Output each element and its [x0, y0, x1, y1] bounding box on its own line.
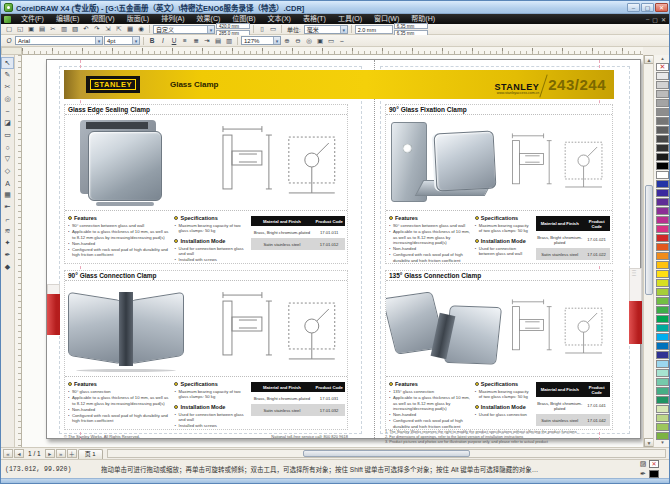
page-width-field[interactable]: 420.0 mm — [216, 23, 250, 29]
copy-icon[interactable]: ▥ — [59, 25, 69, 34]
menu-item[interactable]: 排列(A) — [155, 14, 190, 24]
palette-swatch[interactable] — [656, 279, 669, 287]
palette-swatch[interactable] — [656, 63, 669, 71]
palette-swatch[interactable] — [656, 171, 669, 179]
undo-icon[interactable]: ↶ — [81, 25, 91, 34]
connector-tool-icon[interactable]: ⌐ — [1, 213, 14, 225]
font-family-select[interactable]: Arial▾ — [15, 36, 103, 45]
duplicate-x-field[interactable]: 6.35 mm — [394, 23, 428, 29]
palette-swatch[interactable] — [656, 216, 669, 224]
palette-swatch[interactable] — [656, 297, 669, 305]
horizontal-scrollbar[interactable] — [107, 449, 666, 458]
palette-swatch[interactable] — [656, 198, 669, 206]
open-icon[interactable]: ◱ — [15, 25, 25, 34]
palette-swatch[interactable] — [656, 135, 669, 143]
text-frame-icon[interactable]: ▤ — [213, 36, 223, 45]
palette-swatch[interactable] — [656, 414, 669, 422]
doc-minimize-icon[interactable]: – — [646, 16, 649, 23]
basic-shapes-tool-icon[interactable]: ◇ — [1, 165, 14, 177]
menu-item[interactable]: 视图(V) — [85, 14, 120, 24]
menu-item[interactable]: 表格(T) — [297, 14, 332, 24]
portrait-button[interactable]: ▯ — [257, 25, 267, 34]
palette-swatch[interactable] — [656, 360, 669, 368]
eyedropper-tool-icon[interactable]: ✦ — [1, 237, 14, 249]
redo-icon[interactable]: ↷ — [92, 25, 102, 34]
cut-icon[interactable]: ✂ — [48, 25, 58, 34]
ruler-origin[interactable] — [1, 47, 22, 55]
polygon-tool-icon[interactable]: ▽ — [1, 153, 14, 165]
bullet-list-icon[interactable]: ≣ — [191, 36, 201, 45]
paste-icon[interactable]: ▧ — [70, 25, 80, 34]
zoom-width-icon[interactable]: ⇔ — [337, 36, 347, 45]
font-size-select[interactable]: 4pt▾ — [104, 36, 140, 45]
page-tab[interactable]: 页 1 — [78, 449, 103, 459]
palette-swatch[interactable] — [656, 180, 669, 188]
maximize-button[interactable]: ▢ — [641, 3, 654, 12]
vertical-ruler[interactable] — [15, 55, 22, 447]
palette-swatch[interactable] — [656, 261, 669, 269]
next-page-button[interactable]: ▸ — [45, 449, 55, 458]
minimize-button[interactable]: – — [627, 3, 640, 12]
doc-close-icon[interactable]: ✕ — [661, 16, 666, 23]
units-select[interactable]: 毫米▾ — [304, 25, 348, 34]
palette-swatch[interactable] — [656, 405, 669, 413]
palette-swatch[interactable] — [656, 108, 669, 116]
blend-tool-icon[interactable]: ≋ — [1, 225, 14, 237]
palette-swatch[interactable] — [656, 90, 669, 98]
underline-icon[interactable]: U — [169, 36, 179, 45]
zoom-page-icon[interactable]: ▭ — [326, 36, 336, 45]
menu-item[interactable]: 文本(X) — [262, 14, 297, 24]
columns-icon[interactable]: ▥ — [224, 36, 234, 45]
rectangle-tool-icon[interactable]: ▭ — [1, 129, 14, 141]
palette-swatch[interactable] — [656, 369, 669, 377]
palette-swatch[interactable] — [656, 144, 669, 152]
shape-tool-icon[interactable]: ✎ — [1, 69, 14, 81]
landscape-button[interactable]: ▭ — [268, 25, 278, 34]
zoom-actual-icon[interactable]: ◎ — [304, 36, 314, 45]
palette-swatch[interactable] — [656, 324, 669, 332]
palette-swatch[interactable] — [656, 126, 669, 134]
palette-swatch[interactable] — [656, 252, 669, 260]
outline-tool-icon[interactable]: ✒ — [1, 249, 14, 261]
text-tool-icon[interactable]: A — [1, 177, 14, 189]
palette-swatch[interactable] — [656, 396, 669, 404]
nudge-offset-field[interactable]: 2.0 mm — [355, 25, 393, 34]
italic-icon[interactable]: I — [158, 36, 168, 45]
palette-swatch[interactable] — [656, 351, 669, 359]
palette-swatch[interactable] — [656, 99, 669, 107]
horizontal-scroll-thumb[interactable] — [303, 450, 470, 457]
add-page-button[interactable]: ＋ — [67, 449, 77, 458]
palette-swatch[interactable] — [656, 207, 669, 215]
crop-tool-icon[interactable]: ✂ — [1, 81, 14, 93]
dimension-tool-icon[interactable]: ⇤ — [1, 201, 14, 213]
palette-swatch[interactable] — [656, 117, 669, 125]
table-tool-icon[interactable]: ▦ — [1, 189, 14, 201]
zoom-out-icon[interactable]: ⊖ — [293, 36, 303, 45]
import-icon[interactable]: ⇲ — [103, 25, 113, 34]
zoom-selection-icon[interactable]: ▣ — [315, 36, 325, 45]
palette-swatch[interactable] — [656, 378, 669, 386]
fill-tool-icon[interactable]: ◆ — [1, 261, 14, 273]
menu-item[interactable]: 工具(O) — [332, 14, 368, 24]
palette-swatch[interactable] — [656, 315, 669, 323]
pick-tool-icon[interactable]: ↖ — [1, 57, 14, 69]
palette-swatch[interactable] — [656, 189, 669, 197]
palette-swatch[interactable] — [656, 288, 669, 296]
close-button[interactable]: ✕ — [655, 3, 668, 12]
paper-type-select[interactable]: 自定义▾ — [153, 25, 215, 34]
menu-item[interactable]: 文件(F) — [15, 14, 50, 24]
palette-swatch[interactable] — [656, 234, 669, 242]
palette-swatch[interactable] — [656, 387, 669, 395]
zoom-level-select[interactable]: 127%▾ — [241, 36, 281, 45]
save-icon[interactable]: ▣ — [26, 25, 36, 34]
palette-swatch[interactable] — [656, 423, 669, 431]
palette-swatch[interactable] — [656, 342, 669, 350]
export-icon[interactable]: ⇱ — [114, 25, 124, 34]
print-icon[interactable]: ▤ — [37, 25, 47, 34]
doc-restore-icon[interactable]: ▢ — [652, 16, 658, 23]
palette-swatch[interactable] — [656, 162, 669, 170]
freehand-tool-icon[interactable]: ~ — [1, 105, 14, 117]
horizontal-ruler[interactable] — [22, 47, 643, 55]
zoom-in-icon[interactable]: ⊕ — [282, 36, 292, 45]
vertical-scrollbar[interactable]: ▲ ▼ — [643, 55, 653, 447]
